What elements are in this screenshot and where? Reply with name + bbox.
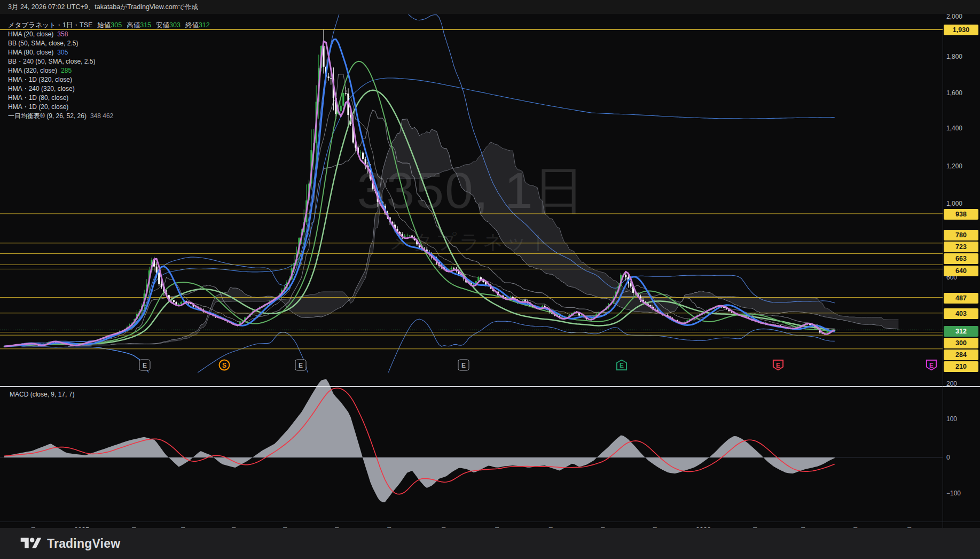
price-tick-1,800: 1,800 (946, 53, 978, 60)
candle-body (409, 236, 410, 236)
marker-letter: E (616, 360, 628, 371)
candle-body (630, 283, 631, 286)
event-marker-e-3[interactable]: E (458, 360, 469, 371)
candle-body (181, 302, 182, 304)
price-badge-487: 487 (944, 293, 978, 304)
macd-pane[interactable] (0, 379, 943, 502)
indicator-label: HMA (20, close) (8, 30, 53, 38)
event-marker-e-0[interactable]: E (139, 360, 151, 371)
legend-row-1[interactable]: BB (50, SMA, close, 2.5) (8, 39, 78, 48)
macd-indicator-label: MACD (close, 9, 17, 7) (10, 391, 74, 398)
legend-row-4[interactable]: HMA (320, close)285 (8, 66, 72, 75)
event-marker-s-1[interactable]: S (219, 360, 230, 371)
price-badge-723: 723 (944, 242, 978, 252)
price-badge-640: 640 (944, 266, 978, 276)
indicator-label: HMA・1D (80, close) (8, 94, 68, 102)
marker-letter: E (926, 360, 937, 371)
candle-body (451, 268, 452, 269)
price-badge-1,930: 1,930 (944, 25, 978, 35)
price-badge-284: 284 (944, 350, 978, 360)
event-marker-e-6[interactable]: E (926, 360, 937, 371)
indicator-value: 358 (57, 30, 68, 38)
price-badge-780: 780 (944, 230, 978, 240)
candle-body (475, 281, 477, 283)
price-badge-312: 312 (944, 326, 978, 337)
candle-body (342, 93, 344, 106)
indicator-label: BB・240 (50, SMA, close, 2.5) (8, 58, 95, 65)
legend-row-8[interactable]: HMA・1D (20, close) (8, 103, 68, 111)
ohlc-value: 303 (169, 21, 181, 29)
candle-body (404, 236, 405, 237)
macd-tick-−100: −100 (946, 490, 978, 497)
price-badge-663: 663 (944, 253, 978, 264)
indicator-label: HMA (320, close) (8, 67, 57, 74)
symbol-legend-row[interactable]: メタプラネット・1日・TSE始値305高値315安値303終値312 (8, 21, 210, 29)
chart-canvas[interactable] (0, 14, 980, 526)
price-tick-1,200: 1,200 (946, 162, 978, 170)
candle-body (178, 304, 179, 305)
macd-area (4, 379, 835, 502)
candle-body (161, 284, 162, 286)
indicator-value: 285 (61, 67, 72, 74)
candle-body (345, 93, 347, 94)
price-badge-403: 403 (944, 308, 978, 319)
candle-body (340, 106, 342, 111)
legend-row-6[interactable]: HMA・240 (320, close) (8, 84, 75, 93)
creation-info: 3月 24, 2026 07:02 UTC+9、takatabaがTrading… (8, 3, 198, 11)
indicator-label: HMA・1D (20, close) (8, 103, 68, 111)
tradingview-snapshot: 3月 24, 2026 07:02 UTC+9、takatabaがTrading… (0, 0, 980, 559)
tradingview-brand-text[interactable]: TradingView (47, 537, 120, 551)
indicator-label: BB (50, SMA, close, 2.5) (8, 40, 78, 47)
price-tick-1,400: 1,400 (946, 125, 978, 132)
ohlc-value: 315 (140, 21, 151, 29)
candle-body (826, 331, 828, 332)
indicator-value: 348 462 (90, 112, 113, 120)
price-tick-1,000: 1,000 (946, 200, 978, 207)
marker-letter: E (773, 360, 784, 371)
candle-body (453, 268, 454, 269)
marker-letter: S (220, 361, 229, 370)
candle-body (362, 153, 364, 159)
price-pane[interactable] (0, 14, 943, 483)
ohlc-value: 312 (199, 21, 210, 29)
legend-row-2[interactable]: HMA (80, close)305 (8, 48, 68, 57)
legend-row-3[interactable]: BB・240 (50, SMA, close, 2.5) (8, 57, 95, 66)
event-marker-e-2[interactable]: E (295, 360, 307, 371)
candle-body (625, 275, 626, 277)
price-tick-2,000: 2,000 (946, 13, 978, 20)
hma-20-line[interactable] (4, 41, 835, 346)
event-marker-e-5[interactable]: E (773, 360, 784, 371)
candle-body (359, 153, 361, 153)
candle-body (406, 236, 408, 236)
symbol-title: メタプラネット・1日・TSE (8, 21, 92, 29)
legend-row-7[interactable]: HMA・1D (80, close) (8, 94, 68, 102)
hma-80-line[interactable] (4, 39, 835, 346)
price-badge-210: 210 (944, 361, 978, 372)
hma-1d-320-line[interactable] (4, 90, 835, 346)
macd-tick-100: 100 (946, 415, 978, 423)
ohlc-label: 高値 (127, 21, 140, 29)
candle-body (330, 78, 332, 79)
chart-area[interactable]: 3350, 1日 メタプラネット メタプラネット・1日・TSE始値305高値31… (0, 14, 980, 526)
candle-body (328, 76, 330, 78)
indicator-value: 305 (57, 49, 68, 56)
marker-letter: E (459, 360, 469, 370)
snapshot-header: 3月 24, 2026 07:02 UTC+9、takatabaがTrading… (0, 0, 980, 14)
ichimoku-cloud (68, 119, 899, 347)
event-marker-e-4[interactable]: E (616, 360, 628, 371)
candle-body (158, 273, 160, 284)
tradingview-logo-icon[interactable] (20, 535, 42, 552)
ohlc-label: 始値 (97, 21, 111, 29)
legend-row-5[interactable]: HMA・1D (320, close) (8, 75, 72, 84)
legend-row-0[interactable]: HMA (20, close)358 (8, 30, 68, 38)
pane-separator[interactable] (0, 386, 980, 387)
indicator-label: 一目均衡表® (9, 26, 52, 26) (8, 112, 87, 120)
price-badge-300: 300 (944, 338, 978, 348)
footer-bar: TradingView (0, 528, 980, 559)
hma-320-line[interactable] (4, 61, 835, 346)
ohlc-value: 305 (111, 21, 122, 29)
candle-body (173, 300, 175, 302)
price-badge-938: 938 (944, 209, 978, 220)
indicator-label: HMA (80, close) (8, 49, 53, 56)
legend-row-9[interactable]: 一目均衡表® (9, 26, 52, 26)348 462 (8, 112, 113, 120)
